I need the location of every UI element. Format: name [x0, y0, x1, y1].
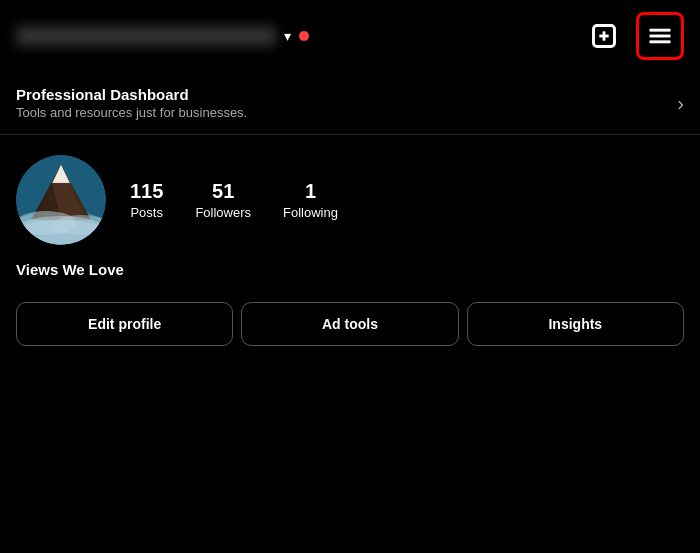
top-bar-left: ▾	[16, 26, 584, 46]
following-label: Following	[283, 205, 338, 220]
add-post-button[interactable]	[584, 16, 624, 56]
following-stat[interactable]: 1 Following	[283, 180, 338, 220]
profile-avatar[interactable]	[16, 155, 106, 245]
pro-dashboard-chevron-right: ›	[677, 92, 684, 115]
profile-section: 115 Posts 51 Followers 1 Following	[0, 135, 700, 261]
live-indicator-dot	[299, 31, 309, 41]
followers-count: 51	[212, 180, 234, 203]
hamburger-menu-icon	[646, 22, 674, 50]
mountain-avatar-svg	[16, 155, 106, 245]
posts-label: Posts	[130, 205, 163, 220]
top-bar-icons	[584, 12, 684, 60]
username-blur	[16, 26, 276, 46]
svg-point-16	[16, 216, 106, 244]
posts-stat[interactable]: 115 Posts	[130, 180, 163, 220]
following-count: 1	[305, 180, 316, 203]
edit-profile-button[interactable]: Edit profile	[16, 302, 233, 346]
top-navigation-bar: ▾	[0, 0, 700, 72]
profile-action-buttons: Edit profile Ad tools Insights	[0, 294, 700, 362]
account-switcher-chevron[interactable]: ▾	[284, 28, 291, 44]
profile-display-name: Views We Love	[0, 261, 700, 294]
ad-tools-button[interactable]: Ad tools	[241, 302, 458, 346]
followers-stat[interactable]: 51 Followers	[195, 180, 251, 220]
avatar-image	[16, 155, 106, 245]
pro-dashboard-title: Professional Dashboard	[16, 86, 247, 103]
posts-count: 115	[130, 180, 163, 203]
profile-stats: 115 Posts 51 Followers 1 Following	[130, 180, 338, 220]
menu-button[interactable]	[636, 12, 684, 60]
insights-button[interactable]: Insights	[467, 302, 684, 346]
professional-dashboard-banner[interactable]: Professional Dashboard Tools and resourc…	[0, 72, 700, 135]
pro-dashboard-text-block: Professional Dashboard Tools and resourc…	[16, 86, 247, 120]
followers-label: Followers	[195, 205, 251, 220]
plus-square-icon	[590, 22, 618, 50]
pro-dashboard-subtitle: Tools and resources just for businesses.	[16, 105, 247, 120]
